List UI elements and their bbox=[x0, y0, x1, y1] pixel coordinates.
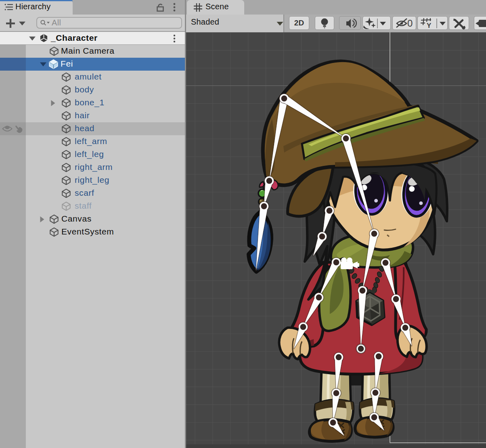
svg-text:Y: Y bbox=[427, 22, 432, 29]
svg-text:0: 0 bbox=[407, 18, 413, 29]
